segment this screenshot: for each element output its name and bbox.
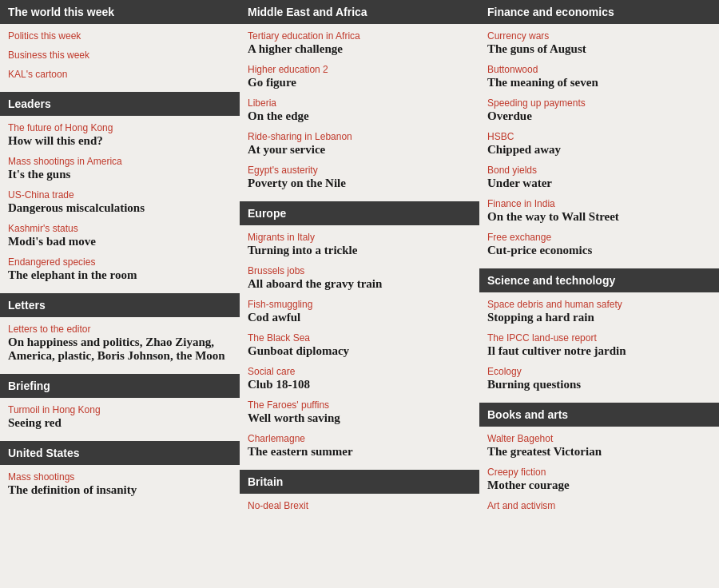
list-item: Creepy fictionMother courage (487, 467, 711, 492)
section-content: Space debris and human safetyStopping a … (479, 292, 719, 399)
article-category[interactable]: Creepy fiction (487, 467, 711, 478)
list-item: Ride-sharing in LebanonAt your service (248, 131, 471, 157)
list-item: Migrants in ItalyTurning into a trickle (248, 232, 471, 257)
article-title[interactable]: It's the guns (8, 168, 232, 181)
article-title[interactable]: The greatest Victorian (487, 445, 711, 459)
list-item: The Black SeaGunboat diplomacy (248, 332, 471, 358)
article-category[interactable]: Ride-sharing in Lebanon (248, 131, 471, 142)
article-category[interactable]: Bond yields (487, 165, 711, 176)
section-header: Britain (240, 470, 479, 494)
article-title[interactable]: The meaning of seven (487, 76, 711, 89)
article-title[interactable]: Go figure (248, 76, 471, 89)
article-title[interactable]: Overdue (487, 109, 711, 123)
article-title[interactable]: Seeing red (8, 416, 232, 430)
article-title[interactable]: Gunboat diplomacy (248, 344, 471, 358)
article-category[interactable]: Endangered species (8, 256, 232, 268)
article-category[interactable]: Ecology (487, 366, 711, 377)
article-title[interactable]: Turning into a trickle (248, 244, 471, 257)
list-item: Walter BagehotThe greatest Victorian (487, 433, 711, 459)
article-title[interactable]: Il faut cultiver notre jardin (487, 344, 711, 358)
article-category[interactable]: Business this week (8, 50, 232, 61)
article-category[interactable]: Finance in India (487, 198, 711, 209)
list-item: Higher education 2Go figure (248, 64, 471, 89)
article-title[interactable]: Cut-price economics (487, 244, 711, 257)
list-item: Tertiary education in AfricaA higher cha… (248, 30, 471, 56)
list-item: Politics this week (8, 30, 232, 42)
article-category[interactable]: US-China trade (8, 189, 232, 201)
section-header: Europe (240, 201, 479, 225)
list-item: US-China tradeDangerous miscalculations (8, 189, 232, 215)
article-category[interactable]: The future of Hong Kong (8, 122, 232, 133)
article-title[interactable]: The elephant in the room (8, 268, 232, 282)
article-title[interactable]: Well worth saving (248, 411, 471, 425)
section-header: Science and technology (479, 268, 719, 292)
list-item: HSBCChipped away (487, 131, 711, 157)
list-item: Speeding up paymentsOverdue (487, 97, 711, 123)
article-category[interactable]: Turmoil in Hong Kong (8, 404, 232, 415)
article-category[interactable]: Space debris and human safety (487, 299, 711, 310)
article-title[interactable]: Dangerous miscalculations (8, 201, 232, 215)
article-title[interactable]: On the way to Wall Street (487, 210, 711, 224)
article-category[interactable]: Liberia (248, 97, 471, 109)
article-category[interactable]: Brussels jobs (248, 265, 471, 276)
article-category[interactable]: Currency wars (487, 30, 711, 42)
article-category[interactable]: Buttonwood (487, 64, 711, 75)
section-content: The future of Hong KongHow will this end… (0, 116, 240, 290)
article-title[interactable]: At your service (248, 143, 471, 157)
article-title[interactable]: Stopping a hard rain (487, 311, 711, 324)
list-item: KAL's cartoon (8, 69, 232, 80)
article-category[interactable]: The Faroes' puffins (248, 399, 471, 411)
article-category[interactable]: Letters to the editor (8, 324, 232, 335)
article-title[interactable]: Under water (487, 177, 711, 190)
article-title[interactable]: Burning questions (487, 378, 711, 391)
article-category[interactable]: KAL's cartoon (8, 69, 232, 80)
article-category[interactable]: Politics this week (8, 30, 232, 42)
article-title[interactable]: The eastern summer (248, 445, 471, 459)
article-title[interactable]: Club 18-108 (248, 378, 471, 391)
article-title[interactable]: Poverty on the Nile (248, 177, 471, 190)
list-item: Mass shootings in AmericaIt's the guns (8, 156, 232, 181)
article-title[interactable]: All aboard the gravy train (248, 277, 471, 291)
article-title[interactable]: Mother courage (487, 479, 711, 492)
article-category[interactable]: Walter Bagehot (487, 433, 711, 444)
article-category[interactable]: Mass shootings (8, 471, 232, 483)
article-title[interactable]: On happiness and politics, Zhao Ziyang, … (8, 336, 232, 363)
article-category[interactable]: The IPCC land-use report (487, 332, 711, 344)
list-item: No-deal Brexit (248, 500, 471, 511)
article-category[interactable]: The Black Sea (248, 332, 471, 344)
article-title[interactable]: Modi's bad move (8, 235, 232, 248)
article-title[interactable]: The guns of August (487, 42, 711, 56)
article-title[interactable]: Chipped away (487, 143, 711, 157)
article-category[interactable]: Charlemagne (248, 433, 471, 444)
article-category[interactable]: No-deal Brexit (248, 500, 471, 511)
article-category[interactable]: Mass shootings in America (8, 156, 232, 167)
list-item: Kashmir's statusModi's bad move (8, 223, 232, 248)
article-title[interactable]: The definition of insanity (8, 483, 232, 497)
column-1: Middle East and AfricaTertiary education… (240, 0, 479, 523)
article-category[interactable]: Free exchange (487, 232, 711, 243)
article-category[interactable]: Speeding up payments (487, 97, 711, 109)
article-category[interactable]: Egypt's austerity (248, 165, 471, 176)
section-header: United States (0, 441, 240, 465)
article-category[interactable]: Art and activism (487, 500, 711, 511)
section-2-2: Books and artsWalter BagehotThe greatest… (479, 403, 719, 523)
article-category[interactable]: Higher education 2 (248, 64, 471, 75)
article-title[interactable]: On the edge (248, 109, 471, 123)
list-item: Letters to the editorOn happiness and po… (8, 324, 232, 363)
article-category[interactable]: Social care (248, 366, 471, 377)
article-title[interactable]: How will this end? (8, 134, 232, 148)
section-content: Tertiary education in AfricaA higher cha… (240, 24, 479, 198)
article-title[interactable]: A higher challenge (248, 42, 471, 56)
article-title[interactable]: Cod awful (248, 311, 471, 324)
list-item: Mass shootingsThe definition of insanity (8, 471, 232, 497)
article-category[interactable]: Tertiary education in Africa (248, 30, 471, 42)
article-category[interactable]: Kashmir's status (8, 223, 232, 234)
list-item: Finance in IndiaOn the way to Wall Stree… (487, 198, 711, 224)
article-category[interactable]: HSBC (487, 131, 711, 142)
section-content: Mass shootingsThe definition of insanity (0, 465, 240, 505)
article-category[interactable]: Fish-smuggling (248, 299, 471, 310)
article-category[interactable]: Migrants in Italy (248, 232, 471, 243)
section-content: Politics this weekBusiness this weekKAL'… (0, 24, 240, 89)
list-item: Social careClub 18-108 (248, 366, 471, 391)
section-0-0: The world this weekPolitics this weekBus… (0, 0, 240, 92)
